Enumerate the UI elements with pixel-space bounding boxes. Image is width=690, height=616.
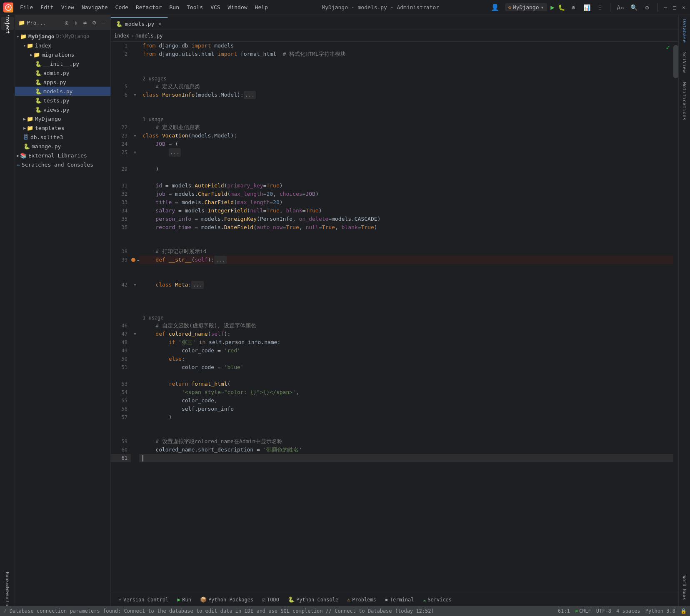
win-min-button[interactable]: –: [662, 5, 668, 10]
menu-refactor[interactable]: Refactor: [132, 3, 165, 11]
debug-button[interactable]: 🐛: [558, 4, 565, 11]
code-line-45: [139, 306, 673, 314]
code-line-25: ...: [139, 148, 673, 157]
models-tab[interactable]: 🐍 models.py ×: [111, 17, 168, 30]
menu-help[interactable]: Help: [252, 3, 271, 11]
menu-navigate[interactable]: Navigate: [78, 3, 111, 11]
menu-window[interactable]: Window: [225, 3, 251, 11]
menu-code[interactable]: Code: [112, 3, 132, 11]
tree-index[interactable]: ▾ 📁 index: [15, 41, 110, 50]
more-run-button[interactable]: ⋮: [595, 2, 605, 12]
tree-mydjango[interactable]: ▶ 📁 MyDjango: [15, 114, 110, 123]
panel-close-icon[interactable]: –: [100, 19, 107, 26]
tree-migrations[interactable]: ▶ 📁 migrations: [15, 50, 110, 59]
panel-header: 📁 Pro... ◎ ↕ ⇄ ⚙ –: [15, 15, 110, 30]
run-config-arrow: ▾: [541, 4, 544, 10]
code-content[interactable]: from django.db import models from django…: [139, 42, 673, 593]
status-encoding[interactable]: UTF-8: [596, 608, 611, 614]
menu-tools[interactable]: Tools: [183, 3, 206, 11]
win-close-button[interactable]: ×: [681, 5, 687, 10]
tree-models[interactable]: 🐍 models.py: [15, 87, 110, 96]
tab-todo[interactable]: ☑ TODO: [258, 593, 284, 606]
tree-views[interactable]: 🐍 views.py: [15, 105, 110, 114]
panel-expand-icon[interactable]: ⇄: [81, 19, 89, 26]
tab-problems[interactable]: ⚠ Problems: [343, 593, 381, 606]
run-button[interactable]: ▶: [550, 3, 555, 11]
models-tab-close[interactable]: ×: [157, 21, 162, 27]
db-label: db.sqlite3: [30, 134, 63, 140]
menu-run[interactable]: Run: [166, 3, 182, 11]
usage-hint-59: [139, 430, 673, 437]
status-position[interactable]: 61:1: [558, 608, 570, 614]
editor-scrollbar[interactable]: [673, 42, 678, 593]
menu-view[interactable]: View: [58, 3, 78, 11]
tab-services[interactable]: ☁ Services: [418, 593, 456, 606]
tree-admin[interactable]: 🐍 admin.py: [15, 68, 110, 77]
activity-project[interactable]: Project: [1, 17, 14, 30]
breakpoint-dot[interactable]: [131, 258, 135, 262]
tree-manage[interactable]: 🐍 manage.py: [15, 142, 110, 151]
right-tab-database[interactable]: Database: [679, 17, 690, 45]
project-tree: ▾ 📁 MyDjango D:\MyDjango ▾ 📁 index ▶ 📁 m…: [15, 30, 110, 606]
status-indent[interactable]: 4 spaces: [616, 608, 640, 614]
code-line-55: color_code,: [139, 397, 673, 405]
code-line-50: else:: [139, 355, 673, 363]
profile-button[interactable]: 📊: [582, 2, 592, 12]
problems-label: Problems: [352, 597, 376, 603]
tree-db[interactable]: 🗄 db.sqlite3: [15, 132, 110, 142]
windows-icon: ⊞: [575, 608, 578, 614]
status-python[interactable]: Python 3.8: [645, 608, 675, 614]
search-everywhere-button[interactable]: 🔍: [629, 2, 639, 12]
bc-models[interactable]: models.py: [135, 33, 162, 39]
win-max-button[interactable]: □: [672, 5, 678, 10]
tab-version-control[interactable]: ⑂ Version Control: [114, 593, 173, 606]
manage-icon: 🐍: [23, 143, 30, 150]
menu-edit[interactable]: Edit: [37, 3, 57, 11]
code-line-37: [139, 232, 673, 240]
tab-run[interactable]: ▶ Run: [173, 593, 196, 606]
panel-settings-icon[interactable]: ⚙: [90, 19, 98, 26]
tree-apps[interactable]: 🐍 apps.py: [15, 77, 110, 87]
code-line-43: [139, 289, 673, 297]
bc-index[interactable]: index: [114, 33, 129, 39]
code-line-53: return format_html(: [139, 380, 673, 388]
panel-folder-icon: 📁: [18, 20, 25, 26]
menu-file[interactable]: File: [17, 3, 36, 11]
mydjango-label: MyDjango: [35, 116, 61, 122]
run-config-dropdown[interactable]: ⚙ MyDjango ▾: [505, 3, 548, 11]
code-line-48: if '张三' in self.person_info.name:: [139, 338, 673, 347]
right-tab-sciview[interactable]: SciView: [679, 50, 690, 75]
user-icon[interactable]: 👤: [490, 2, 500, 12]
pkg-label: Python Packages: [208, 597, 253, 603]
apps-label: apps.py: [43, 79, 66, 85]
tab-python-console[interactable]: 🐍 Python Console: [284, 593, 343, 606]
tab-terminal[interactable]: ▪ Terminal: [381, 593, 419, 606]
window-title: MyDjango - models.py - Administrator: [271, 4, 490, 10]
tree-external[interactable]: ▶ 📚 External Libraries: [15, 151, 110, 160]
panel-locate-icon[interactable]: ◎: [63, 19, 70, 26]
code-line-1: from django.db import models: [139, 42, 673, 50]
tree-scratches[interactable]: ✏ Scratches and Consoles: [15, 160, 110, 169]
code-line-42: class Meta:...: [139, 281, 673, 289]
tree-tests[interactable]: 🐍 tests.py: [15, 96, 110, 105]
activity-structure[interactable]: Structure: [1, 593, 14, 606]
tree-init[interactable]: 🐍 __init__.py: [15, 59, 110, 68]
tab-python-packages[interactable]: 📦 Python Packages: [196, 593, 258, 606]
status-ok[interactable]: ⊞ CRLF: [575, 608, 591, 614]
code-line-22: # 定义职业信息表: [139, 123, 673, 132]
status-left: ⑂ Database connection parameters found: …: [3, 608, 555, 614]
code-line-23: class Vocation(models.Model):: [139, 132, 673, 140]
tree-root[interactable]: ▾ 📁 MyDjango D:\MyDjango: [15, 32, 110, 41]
templates-icon: 📁: [27, 125, 33, 131]
cover-button[interactable]: ⊕: [568, 2, 578, 12]
right-tab-word-book[interactable]: Word Book: [679, 573, 690, 603]
translate-button[interactable]: A↔: [615, 2, 625, 12]
index-label: index: [35, 42, 51, 49]
panel-scroll-icon[interactable]: ↕: [72, 19, 80, 26]
menu-vcs[interactable]: VCS: [207, 3, 223, 11]
right-tab-notifications[interactable]: Notifications: [679, 80, 690, 123]
tree-templates[interactable]: ▶ 📁 templates: [15, 123, 110, 132]
services-label: Services: [428, 597, 452, 603]
migrations-arrow: ▶: [30, 52, 32, 57]
settings-button[interactable]: ⚙: [642, 2, 652, 12]
